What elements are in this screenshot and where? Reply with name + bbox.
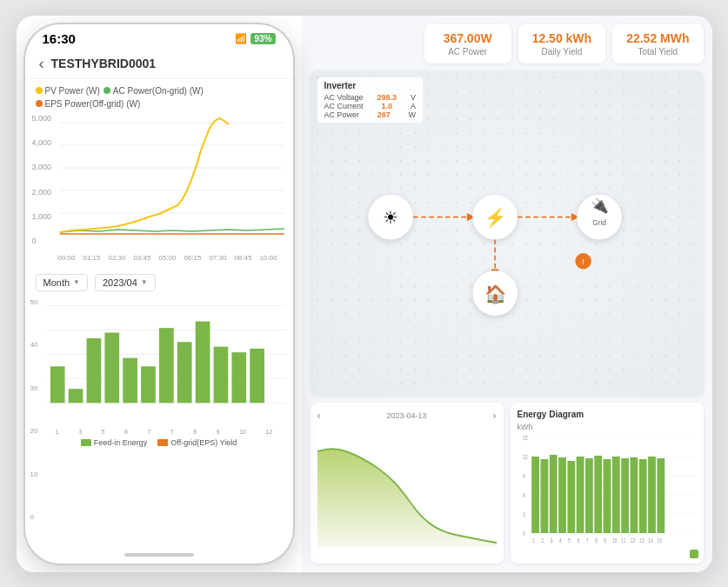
energy-bar-chart-svg: 15 12 9 6 3 0 xyxy=(518,433,697,546)
area-chart-svg xyxy=(317,425,497,547)
bar-legend: Feed-in Energy Off-grid(EPS) Yield xyxy=(32,435,286,452)
svg-rect-56 xyxy=(567,461,575,533)
svg-text:5: 5 xyxy=(568,537,571,544)
feed-in-label: Feed-in Energy xyxy=(94,438,148,447)
legend-ac: AC Power(On-grid) (W) xyxy=(104,86,204,96)
svg-text:15: 15 xyxy=(657,537,662,544)
bottom-panels-row: ‹ 2023-04-13 › xyxy=(311,403,704,564)
ac-label: AC Power(On-grid) (W) xyxy=(113,86,204,96)
svg-rect-66 xyxy=(657,458,665,533)
svg-text:10: 10 xyxy=(611,537,617,544)
legend-eps: EPS Power(Off-grid) (W) xyxy=(36,99,141,109)
battery-display: 93% xyxy=(250,33,275,44)
svg-rect-17 xyxy=(159,328,174,403)
svg-rect-52 xyxy=(531,457,539,533)
device-title: TESTHYBRID0001 xyxy=(51,57,157,70)
x-axis-labels: 00:00 01:15 02:30 03:45 05:00 06:15 07:3… xyxy=(34,252,284,262)
bar-x-labels: 1 3 5 6 7 7 8 9 10 12 xyxy=(32,427,286,435)
date-dropdown[interactable]: 2023/04 ▼ xyxy=(95,274,156,291)
svg-text:13: 13 xyxy=(638,537,644,544)
svg-rect-13 xyxy=(86,338,101,403)
back-button[interactable]: ‹ xyxy=(39,55,44,73)
svg-rect-62 xyxy=(621,458,629,533)
next-date-button[interactable]: › xyxy=(492,410,496,422)
chart-legend: PV Power (W) AC Power(On-grid) (W) EPS P… xyxy=(25,79,293,110)
home-bar xyxy=(124,553,194,557)
prev-date-button[interactable]: ‹ xyxy=(317,410,321,422)
svg-text:12: 12 xyxy=(630,537,635,544)
green-indicator xyxy=(690,550,698,558)
svg-rect-57 xyxy=(576,457,584,533)
svg-rect-55 xyxy=(558,457,566,533)
energy-unit: kWh xyxy=(518,423,697,431)
daily-yield-card: 12.50 kWh Daily Yield xyxy=(518,24,605,63)
pv-dot xyxy=(36,87,43,94)
svg-rect-12 xyxy=(68,389,83,403)
period-dropdown[interactable]: Month ▼ xyxy=(36,274,89,291)
offgrid-label: Off-grid(EPS) Yield xyxy=(170,438,237,447)
svg-text:15: 15 xyxy=(522,434,527,441)
svg-text:8: 8 xyxy=(595,537,598,544)
svg-rect-19 xyxy=(195,321,210,403)
eps-label: EPS Power(Off-grid) (W) xyxy=(45,99,141,109)
bar-chart-svg xyxy=(32,302,286,424)
svg-rect-61 xyxy=(611,457,619,533)
svg-rect-63 xyxy=(630,457,638,533)
total-yield-card: 22.52 MWh Total Yield xyxy=(612,24,703,63)
svg-rect-20 xyxy=(213,346,228,403)
svg-text:⚡: ⚡ xyxy=(484,206,506,228)
energy-diagram-title: Energy Diagram xyxy=(518,410,697,419)
svg-rect-18 xyxy=(177,342,191,403)
feed-in-color xyxy=(81,439,91,446)
svg-text:3: 3 xyxy=(550,537,552,544)
svg-rect-11 xyxy=(50,366,64,403)
daily-yield-label: Daily Yield xyxy=(532,47,591,57)
line-chart-svg xyxy=(34,114,284,249)
svg-text:14: 14 xyxy=(648,537,653,544)
svg-rect-14 xyxy=(104,332,119,403)
dashboard-panel: 367.00W AC Power 12.50 kWh Daily Yield 2… xyxy=(302,16,712,572)
svg-rect-54 xyxy=(549,455,557,533)
ac-dot xyxy=(104,87,110,94)
feed-in-legend: Feed-in Energy xyxy=(81,438,148,447)
panel-date-display: 2023-04-13 xyxy=(386,411,426,420)
stats-row: 367.00W AC Power 12.50 kWh Daily Yield 2… xyxy=(311,24,704,63)
svg-rect-58 xyxy=(584,458,592,533)
svg-text:9: 9 xyxy=(604,537,606,544)
svg-rect-60 xyxy=(603,459,611,533)
ac-power-card: 367.00W AC Power xyxy=(424,24,511,63)
main-container: 16:30 📶 93% ‹ TESTHYBRID0001 PV Power (W… xyxy=(17,16,712,572)
svg-rect-59 xyxy=(594,456,602,533)
offgrid-color xyxy=(157,439,168,446)
line-chart-area: 5,000 4,000 3,000 2,000 1,000 0 xyxy=(25,110,293,267)
signal-icon: 📶 xyxy=(235,33,247,44)
svg-text:☀: ☀ xyxy=(383,207,398,226)
svg-text:0: 0 xyxy=(522,530,524,537)
svg-text:6: 6 xyxy=(577,537,579,544)
svg-text:7: 7 xyxy=(585,537,588,544)
daily-chart-panel: ‹ 2023-04-13 › xyxy=(311,403,504,564)
daily-chart-header: ‹ 2023-04-13 › xyxy=(317,410,497,422)
svg-rect-16 xyxy=(141,366,156,403)
svg-text:Grid: Grid xyxy=(592,217,606,226)
bar-y-axis: 50 40 30 20 10 0 xyxy=(30,298,38,522)
legend-pv: PV Power (W) xyxy=(36,86,100,96)
daily-yield-value: 12.50 kWh xyxy=(532,31,591,45)
svg-rect-65 xyxy=(648,457,656,533)
svg-rect-21 xyxy=(231,352,246,403)
svg-text:11: 11 xyxy=(621,537,626,544)
phone-header: ‹ TESTHYBRID0001 xyxy=(25,50,293,79)
svg-text:12: 12 xyxy=(522,453,527,460)
energy-diagram-panel: Energy Diagram kWh 15 12 9 6 3 0 xyxy=(511,403,704,564)
y-axis-labels: 5,000 4,000 3,000 2,000 1,000 0 xyxy=(32,114,52,246)
status-icons: 📶 93% xyxy=(235,33,275,44)
svg-text:6: 6 xyxy=(522,491,524,498)
svg-rect-15 xyxy=(123,357,137,403)
period-dropdown-arrow: ▼ xyxy=(73,278,80,286)
eps-dot xyxy=(36,100,43,107)
home-indicator xyxy=(25,546,293,564)
svg-text:4: 4 xyxy=(558,537,561,544)
svg-rect-53 xyxy=(540,459,548,533)
phone-mockup: 16:30 📶 93% ‹ TESTHYBRID0001 PV Power (W… xyxy=(25,24,293,564)
svg-rect-22 xyxy=(250,348,264,402)
